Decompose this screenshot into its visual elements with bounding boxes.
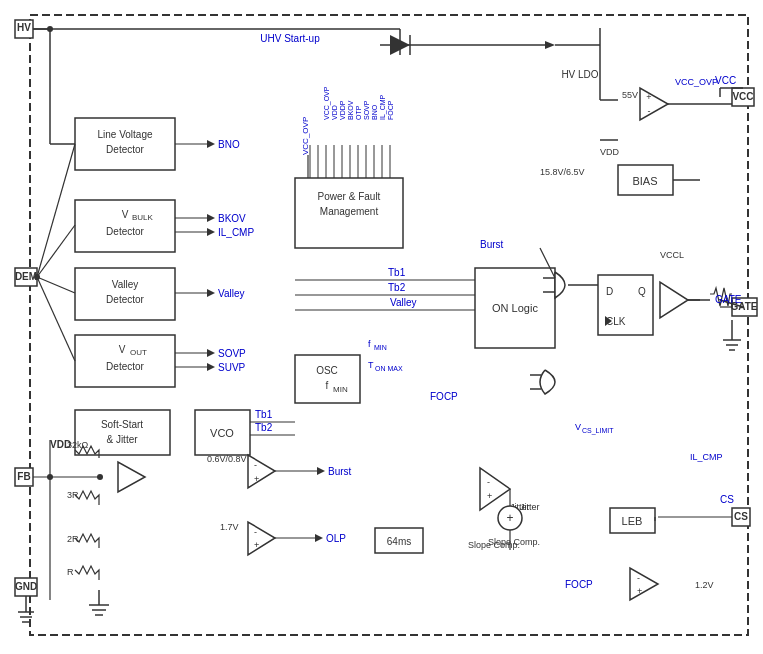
svg-text:Tb2: Tb2 bbox=[255, 422, 273, 433]
svg-text:D: D bbox=[606, 286, 613, 297]
svg-text:VCO: VCO bbox=[210, 427, 234, 439]
svg-text:Q: Q bbox=[638, 286, 646, 297]
svg-text:HV LDO: HV LDO bbox=[561, 69, 598, 80]
svg-text:ON MAX: ON MAX bbox=[375, 365, 403, 372]
svg-point-200 bbox=[47, 26, 53, 32]
svg-text:Burst: Burst bbox=[480, 239, 504, 250]
svg-text:BNO: BNO bbox=[218, 139, 240, 150]
svg-text:1.7V: 1.7V bbox=[220, 522, 239, 532]
svg-text:VCC: VCC bbox=[715, 75, 736, 86]
svg-text:BKOV: BKOV bbox=[218, 213, 246, 224]
svg-text:2R: 2R bbox=[67, 534, 79, 544]
svg-text:-: - bbox=[648, 106, 651, 116]
svg-text:BKOV: BKOV bbox=[347, 100, 354, 120]
svg-text:VDD: VDD bbox=[331, 105, 338, 120]
svg-text:GND: GND bbox=[15, 581, 37, 592]
svg-text:GATE: GATE bbox=[715, 294, 742, 305]
svg-text:-: - bbox=[254, 460, 257, 470]
svg-text:HV: HV bbox=[17, 22, 31, 33]
svg-text:f: f bbox=[326, 380, 329, 391]
svg-text:Jitter: Jitter bbox=[520, 502, 540, 512]
svg-text:VCCL: VCCL bbox=[660, 250, 684, 260]
svg-text:OUT: OUT bbox=[130, 348, 147, 357]
svg-text:1.2V: 1.2V bbox=[695, 580, 714, 590]
svg-text:FOCP: FOCP bbox=[565, 579, 593, 590]
svg-text:Detector: Detector bbox=[106, 361, 144, 372]
svg-text:Slope Comp.: Slope Comp. bbox=[468, 540, 520, 550]
svg-rect-41 bbox=[295, 355, 360, 403]
svg-text:FOCP: FOCP bbox=[430, 391, 458, 402]
svg-text:IL_CMP: IL_CMP bbox=[690, 452, 723, 462]
svg-text:SOVP: SOVP bbox=[363, 100, 370, 120]
svg-text:+: + bbox=[254, 474, 259, 484]
svg-text:FB: FB bbox=[17, 471, 30, 482]
svg-text:VCC_OVP: VCC_OVP bbox=[301, 117, 310, 155]
svg-text:Detector: Detector bbox=[106, 226, 144, 237]
svg-text:64ms: 64ms bbox=[387, 536, 411, 547]
svg-text:Valley: Valley bbox=[218, 288, 245, 299]
svg-text:ON Logic: ON Logic bbox=[492, 302, 538, 314]
svg-text:Valley: Valley bbox=[390, 297, 417, 308]
svg-text:CS: CS bbox=[734, 511, 748, 522]
svg-text:VCC_OVP: VCC_OVP bbox=[675, 77, 718, 87]
svg-text:V: V bbox=[119, 344, 126, 355]
svg-text:IL_CMP: IL_CMP bbox=[379, 94, 387, 120]
svg-text:+: + bbox=[254, 540, 259, 550]
svg-text:BNO: BNO bbox=[371, 104, 378, 120]
svg-text:Valley: Valley bbox=[112, 279, 139, 290]
svg-text:0.6V/0.8V: 0.6V/0.8V bbox=[207, 454, 247, 464]
svg-text:OSC: OSC bbox=[316, 365, 338, 376]
svg-text:T: T bbox=[368, 360, 374, 370]
svg-text:VCC_OVP: VCC_OVP bbox=[323, 86, 331, 120]
svg-text:SOVP: SOVP bbox=[218, 348, 246, 359]
svg-text:55V: 55V bbox=[622, 90, 638, 100]
svg-text:Detector: Detector bbox=[106, 144, 144, 155]
svg-text:VDDP: VDDP bbox=[339, 100, 346, 120]
svg-text:R: R bbox=[67, 567, 74, 577]
svg-text:Line Voltage: Line Voltage bbox=[97, 129, 152, 140]
svg-text:BIAS: BIAS bbox=[632, 175, 657, 187]
svg-text:-: - bbox=[487, 477, 490, 487]
svg-text:+: + bbox=[487, 491, 492, 501]
svg-text:CS: CS bbox=[720, 494, 734, 505]
svg-text:Tb1: Tb1 bbox=[255, 409, 273, 420]
svg-text:LEB: LEB bbox=[622, 515, 643, 527]
svg-text:Management: Management bbox=[320, 206, 379, 217]
svg-text:IL_CMP: IL_CMP bbox=[218, 227, 254, 238]
svg-text:Tb2: Tb2 bbox=[388, 282, 406, 293]
svg-text:-: - bbox=[254, 527, 257, 537]
svg-point-183 bbox=[34, 274, 40, 280]
svg-text:MIN: MIN bbox=[374, 344, 387, 351]
svg-text:VDD: VDD bbox=[600, 147, 620, 157]
svg-text:Tb1: Tb1 bbox=[388, 267, 406, 278]
svg-text:3R: 3R bbox=[67, 490, 79, 500]
diagram-container: HV DEM FB GND VCC GATE CS VDD Line Volta… bbox=[0, 0, 763, 654]
svg-text:V: V bbox=[122, 209, 129, 220]
svg-text:UHV Start-up: UHV Start-up bbox=[260, 33, 320, 44]
svg-text:+: + bbox=[637, 586, 642, 596]
svg-text:15.8V/6.5V: 15.8V/6.5V bbox=[540, 167, 585, 177]
svg-text:OLP: OLP bbox=[326, 533, 346, 544]
svg-text:+: + bbox=[646, 92, 651, 102]
schematic-svg: HV DEM FB GND VCC GATE CS VDD Line Volta… bbox=[0, 0, 763, 654]
svg-text:MIN: MIN bbox=[333, 385, 348, 394]
svg-text:FOCP: FOCP bbox=[387, 100, 394, 120]
svg-text:Detector: Detector bbox=[106, 294, 144, 305]
svg-text:+: + bbox=[506, 511, 513, 525]
svg-text:BULK: BULK bbox=[132, 213, 154, 222]
svg-text:Power & Fault: Power & Fault bbox=[318, 191, 381, 202]
svg-text:OTP: OTP bbox=[355, 105, 362, 120]
svg-text:VCC: VCC bbox=[732, 91, 753, 102]
svg-text:Burst: Burst bbox=[328, 466, 352, 477]
svg-point-193 bbox=[97, 474, 103, 480]
svg-text:DEM: DEM bbox=[15, 271, 37, 282]
svg-text:CS_LIMIT: CS_LIMIT bbox=[582, 427, 614, 435]
svg-text:V: V bbox=[575, 422, 581, 432]
svg-text:Soft-Start: Soft-Start bbox=[101, 419, 143, 430]
svg-text:SUVP: SUVP bbox=[218, 362, 246, 373]
svg-point-196 bbox=[47, 474, 53, 480]
svg-text:-: - bbox=[637, 573, 640, 583]
svg-text:32kΩ: 32kΩ bbox=[67, 440, 89, 450]
svg-text:& Jitter: & Jitter bbox=[106, 434, 138, 445]
